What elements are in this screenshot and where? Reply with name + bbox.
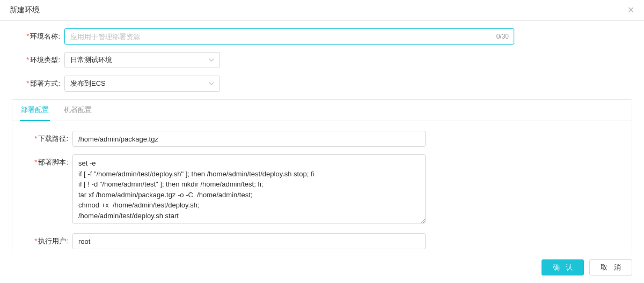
config-tabs-panel: 部署配置 机器配置 *下载路径: *部署脚本: bbox=[12, 99, 632, 254]
row-deploy-method: *部署方式: 发布到ECS bbox=[12, 76, 632, 92]
dialog-header: 新建环境 ✕ bbox=[0, 0, 644, 21]
env-type-value: 日常测试环境 bbox=[70, 55, 112, 65]
label-env-type: *环境类型: bbox=[12, 55, 64, 65]
download-path-wrap bbox=[72, 131, 426, 147]
close-icon[interactable]: ✕ bbox=[627, 6, 634, 14]
row-deploy-script: *部署脚本: bbox=[20, 154, 624, 226]
tab-machine-config[interactable]: 机器配置 bbox=[63, 100, 93, 121]
row-env-type: *环境类型: 日常测试环境 bbox=[12, 52, 632, 68]
dialog-footer: 确 认 取 消 bbox=[0, 254, 644, 283]
label-env-name: *环境名称: bbox=[12, 32, 64, 41]
env-type-select-wrap: 日常测试环境 bbox=[64, 52, 220, 68]
exec-user-input[interactable] bbox=[72, 233, 426, 249]
deploy-method-select-wrap: 发布到ECS bbox=[64, 76, 220, 92]
ok-button[interactable]: 确 认 bbox=[541, 259, 584, 275]
env-name-input-wrap: 0/30 bbox=[64, 28, 514, 44]
cancel-button[interactable]: 取 消 bbox=[589, 259, 632, 275]
deploy-method-select[interactable]: 发布到ECS bbox=[64, 76, 220, 92]
dialog-title: 新建环境 bbox=[10, 5, 40, 15]
env-name-input[interactable] bbox=[64, 28, 514, 44]
dialog-body: *环境名称: 0/30 *环境类型: 日常测试环境 *部署方式: bbox=[0, 21, 644, 254]
row-env-name: *环境名称: 0/30 bbox=[12, 28, 632, 44]
label-deploy-script: *部署脚本: bbox=[20, 154, 72, 167]
exec-user-wrap bbox=[72, 233, 426, 249]
label-download-path: *下载路径: bbox=[20, 134, 72, 144]
dialog-new-environment: 新建环境 ✕ *环境名称: 0/30 *环境类型: 日常测试环境 bbox=[0, 0, 644, 283]
label-exec-user: *执行用户: bbox=[20, 236, 72, 246]
chevron-down-icon bbox=[209, 58, 214, 62]
tab-deploy-config[interactable]: 部署配置 bbox=[20, 100, 50, 121]
deploy-method-value: 发布到ECS bbox=[70, 79, 106, 88]
chevron-down-icon bbox=[209, 82, 214, 85]
deploy-script-textarea[interactable] bbox=[72, 154, 426, 224]
tab-content-deploy: *下载路径: *部署脚本: *执行用户: bbox=[12, 121, 632, 254]
env-type-select[interactable]: 日常测试环境 bbox=[64, 52, 220, 68]
row-exec-user: *执行用户: bbox=[20, 233, 624, 249]
config-tabs: 部署配置 机器配置 bbox=[12, 100, 632, 121]
env-name-counter: 0/30 bbox=[496, 33, 509, 40]
deploy-script-wrap bbox=[72, 154, 426, 226]
label-deploy-method: *部署方式: bbox=[12, 79, 64, 88]
download-path-input[interactable] bbox=[72, 131, 426, 147]
row-download-path: *下载路径: bbox=[20, 131, 624, 147]
